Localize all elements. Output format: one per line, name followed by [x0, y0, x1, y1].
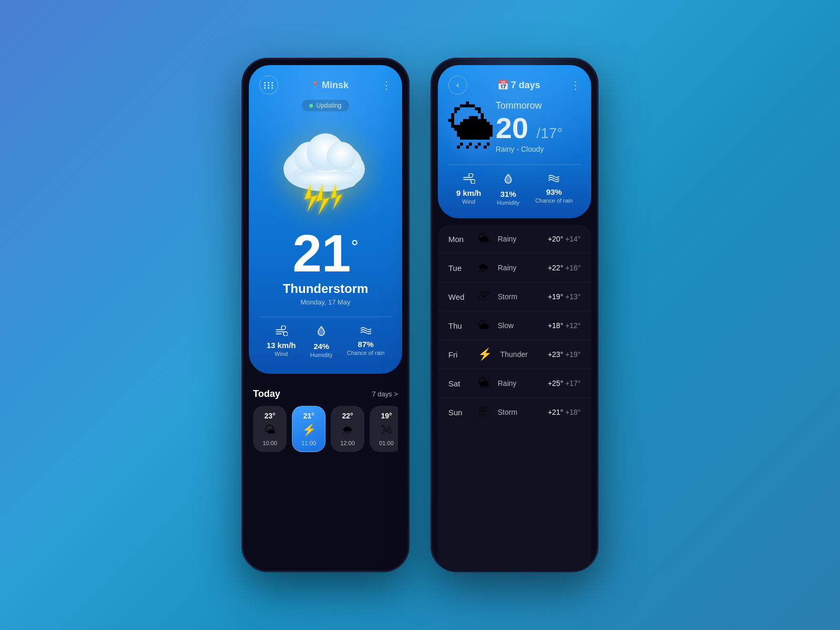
tomorrow-label: Tommorow	[496, 100, 581, 111]
city-name: 📍 Minsk	[311, 80, 349, 91]
more-button[interactable]: ⋮	[381, 79, 392, 91]
forecast-condition-sun: Storm	[498, 408, 548, 416]
forecast-day-tue: Tue	[448, 264, 469, 272]
phone2-rain-value: 93%	[535, 187, 573, 196]
svg-point-6	[327, 142, 356, 171]
forecast-condition-thu: Slow	[498, 321, 548, 330]
updating-dot	[309, 104, 313, 108]
forecast-row-sun[interactable]: Sun ⛈ Storm +21° +18°	[438, 398, 591, 426]
hour-item-0[interactable]: 23° 🌤 10:00	[253, 406, 287, 452]
today-title: Today	[253, 388, 280, 400]
forecast-temps-sat: +25° +17°	[548, 379, 581, 387]
hour-item-1[interactable]: 21° ⚡ 11:00	[292, 406, 326, 452]
location-icon: 📍	[311, 81, 320, 89]
phone2-humidity-value: 31%	[497, 190, 520, 198]
forecast-icon-fri: ⚡	[478, 348, 492, 361]
humidity-stat: 24% Humidity	[310, 326, 333, 358]
hour-temp-2: 22°	[339, 412, 356, 420]
forecast-temps-wed: +19° +13°	[548, 292, 581, 301]
forecast-icon-sun: ⛈	[478, 405, 489, 419]
today-section: Today 7 days > 23° 🌤 10:00 21° ⚡ 11:00 2…	[243, 380, 408, 571]
phone2-humidity-icon	[497, 173, 520, 187]
hour-item-2[interactable]: 22° 🌧 12:00	[331, 406, 364, 452]
hour-temp-1: 21°	[300, 412, 318, 420]
phone2-more-button[interactable]: ⋮	[570, 79, 581, 91]
svg-rect-7	[294, 172, 357, 187]
forecast-temps-thu: +18° +12°	[548, 321, 581, 330]
forecast-icon-sat: 🌦	[478, 376, 489, 390]
forecast-condition-tue: Rainy	[498, 264, 548, 272]
phones-container: 📍 Minsk ⋮ Updating	[242, 58, 598, 572]
rain-value: 87%	[347, 340, 385, 349]
forecast-row-wed[interactable]: Wed ⛈ Storm +19° +13°	[438, 282, 591, 311]
forecast-condition-wed: Storm	[498, 292, 548, 301]
today-header: Today 7 days >	[253, 388, 398, 400]
forecast-temps-tue: +22° +16°	[548, 264, 581, 272]
forecast-condition-sat: Rainy	[498, 379, 548, 387]
forecast-day-mon: Mon	[448, 235, 469, 244]
hour-icon-1: ⚡	[300, 423, 318, 437]
thunderstorm-svg	[273, 122, 378, 216]
menu-button[interactable]	[259, 76, 278, 94]
phone-main: 📍 Minsk ⋮ Updating	[242, 58, 410, 572]
forecast-icon-tue: 🌧	[478, 261, 489, 275]
tomorrow-section: 🌦 Tommorow 20 /17° Rainy - Cloudy	[448, 100, 581, 154]
wind-stat: 13 km/h Wind	[267, 326, 296, 358]
forecast-day-sat: Sat	[448, 379, 469, 388]
seven-days-link[interactable]: 7 days >	[372, 390, 398, 398]
weather-card-7days: ‹ 📅 7 days ⋮ 🌦 Tommorow 20 /17°	[438, 65, 591, 218]
hourly-scroll[interactable]: 23° 🌤 10:00 21° ⚡ 11:00 22° 🌧 12:00 19° …	[253, 406, 398, 457]
tomorrow-temp-sub: /17°	[537, 125, 563, 141]
forecast-day-sun: Sun	[448, 408, 469, 417]
rain-label: Chance of rain	[347, 350, 385, 356]
hour-icon-3: 🌬	[377, 423, 395, 437]
forecast-condition-mon: Rainy	[498, 235, 548, 243]
tomorrow-temperature: 20 /17°	[496, 113, 581, 143]
phone2-rain-icon	[535, 173, 573, 185]
humidity-value: 24%	[310, 342, 333, 351]
hour-item-3[interactable]: 19° 🌬 01:00	[370, 406, 398, 452]
forecast-condition-fri: Thunder	[500, 350, 548, 359]
tomorrow-weather-icon: 🌦	[448, 100, 496, 154]
updating-badge: Updating	[302, 100, 349, 111]
hour-time-0: 10:00	[261, 440, 279, 446]
phone2-stats: 9 km/h Wind 31% Humidity 93% Chance of r…	[448, 164, 581, 206]
forecast-row-sat[interactable]: Sat 🌦 Rainy +25° +17°	[438, 369, 591, 398]
hour-temp-0: 23°	[261, 412, 279, 420]
forecast-icon-wed: ⛈	[478, 290, 489, 303]
forecast-icon-thu: 🌥	[478, 319, 489, 332]
phone2-wind-value: 9 km/h	[456, 188, 481, 197]
forecast-temps-fri: +23° +19°	[548, 350, 581, 359]
weather-stats: 13 km/h Wind 24% Humidity 87% Chance of …	[259, 317, 392, 358]
forecast-day-thu: Thu	[448, 321, 469, 330]
main-temperature: 21°	[292, 227, 359, 279]
date-text: Monday, 17 May	[259, 298, 392, 306]
tomorrow-info: Tommorow 20 /17° Rainy - Cloudy	[496, 100, 581, 153]
phone-7days: ‹ 📅 7 days ⋮ 🌦 Tommorow 20 /17°	[430, 58, 598, 572]
forecast-list: Mon 🌦 Rainy +20° +14° Tue 🌧 Rainy +22° +…	[438, 225, 591, 571]
forecast-row-thu[interactable]: Thu 🌥 Slow +18° +12°	[438, 311, 591, 340]
wind-label: Wind	[267, 351, 296, 357]
wind-value: 13 km/h	[267, 341, 296, 350]
weather-card-main: 📍 Minsk ⋮ Updating	[249, 65, 402, 374]
hour-time-2: 12:00	[339, 440, 356, 446]
phone2-humidity-label: Humidity	[497, 200, 520, 206]
phone-header: 📍 Minsk ⋮	[259, 76, 392, 94]
forecast-row-mon[interactable]: Mon 🌦 Rainy +20° +14°	[438, 225, 591, 254]
forecast-row-fri[interactable]: Fri ⚡ Thunder +23° +19°	[438, 340, 591, 369]
phone2-wind-icon	[456, 173, 481, 186]
hour-time-1: 11:00	[300, 440, 318, 446]
forecast-day-fri: Fri	[448, 350, 469, 359]
back-button[interactable]: ‹	[448, 76, 467, 94]
condition-text: Thunderstorm	[259, 281, 392, 296]
phone2-wind-stat: 9 km/h Wind	[456, 173, 481, 206]
weather-icon-main	[259, 117, 392, 222]
hour-time-3: 01:00	[377, 440, 395, 446]
rain-stat: 87% Chance of rain	[347, 326, 385, 358]
phone2-header: ‹ 📅 7 days ⋮	[448, 76, 581, 94]
phone2-rain-label: Chance of rain	[535, 197, 573, 204]
forecast-row-tue[interactable]: Tue 🌧 Rainy +22° +16°	[438, 254, 591, 282]
forecast-temps-mon: +20° +14°	[548, 235, 581, 243]
phone2-humidity-stat: 31% Humidity	[497, 173, 520, 206]
humidity-label: Humidity	[310, 352, 333, 358]
